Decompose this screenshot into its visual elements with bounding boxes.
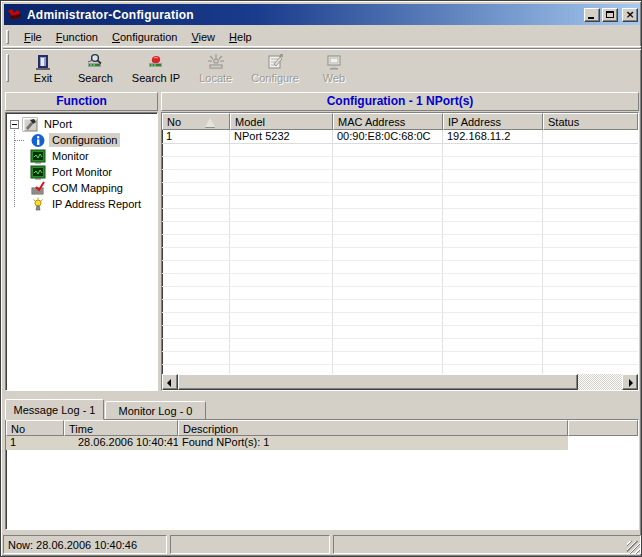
search-button[interactable]: Search: [72, 51, 119, 85]
sort-ascending-icon: [205, 118, 215, 127]
title-bar[interactable]: Administrator-Configuration ×: [4, 4, 640, 25]
log-row[interactable]: 1 28.06.2006 10:40:41 Found NPort(s): 1: [6, 436, 638, 450]
web-button: Web: [312, 51, 356, 85]
toolbar-grip-handle[interactable]: [6, 54, 9, 82]
empty-grid-row: [162, 157, 638, 170]
log-cell-description: Found NPort(s): 1: [178, 436, 568, 450]
toolbar-label: Search: [78, 72, 113, 84]
log-column-time[interactable]: Time: [64, 420, 178, 436]
function-panel-title: Function: [5, 92, 158, 111]
scroll-right-icon[interactable]: [622, 374, 638, 390]
menu-file[interactable]: File: [17, 28, 49, 46]
log-table-header: No Time Description: [6, 420, 638, 436]
tree-item-ip-address-report[interactable]: IP Address Report: [6, 196, 157, 212]
ip-report-icon: [30, 197, 46, 212]
monitor-icon: [30, 149, 46, 164]
tree-item-configuration[interactable]: Configuration: [6, 132, 157, 148]
tree-item-label: Configuration: [49, 133, 120, 147]
maximize-button[interactable]: [602, 8, 618, 22]
device-row[interactable]: 1 NPort 5232 00:90:E8:0C:68:0C 192.168.1…: [162, 130, 638, 144]
search-ip-button[interactable]: Search IP: [126, 51, 186, 85]
menu-view[interactable]: View: [184, 28, 222, 46]
resize-grip[interactable]: [627, 541, 640, 554]
toolbar-label: Configure: [251, 72, 299, 84]
column-header-ip[interactable]: IP Address: [443, 113, 543, 130]
locate-button: Locate: [193, 51, 238, 85]
window-title: Administrator-Configuration: [27, 8, 582, 22]
column-header-mac[interactable]: MAC Address: [333, 113, 443, 130]
com-mapping-icon: [30, 181, 46, 196]
toolbar: Exit Search Search IP: [3, 48, 641, 87]
scrollbar-thumb[interactable]: [178, 374, 578, 390]
empty-grid-row: [162, 339, 638, 352]
horizontal-scrollbar[interactable]: [162, 374, 638, 390]
toolbar-label: Web: [323, 72, 345, 84]
tab-monitor-log[interactable]: Monitor Log - 0: [105, 401, 206, 420]
empty-grid-row: [162, 248, 638, 261]
search-ip-icon: [146, 53, 166, 71]
toolbar-label: Search IP: [132, 72, 180, 84]
menu-configuration[interactable]: Configuration: [105, 28, 184, 46]
function-tree-panel: NPort Configuration: [5, 112, 158, 391]
menu-function[interactable]: Function: [49, 28, 105, 46]
menu-bar: File Function Configuration View Help: [3, 27, 641, 47]
empty-grid-row: [162, 222, 638, 235]
column-header-status[interactable]: Status: [543, 113, 638, 130]
log-column-no[interactable]: No: [6, 420, 64, 436]
empty-grid-row: [162, 352, 638, 365]
scroll-left-icon[interactable]: [162, 374, 178, 390]
cell-mac: 00:90:E8:0C:68:0C: [333, 130, 443, 144]
empty-grid-row: [162, 235, 638, 248]
device-table-panel: No Model MAC Address IP Address Status 1…: [161, 112, 639, 391]
configure-button: Configure: [245, 51, 305, 85]
log-cell-time: 28.06.2006 10:40:41: [64, 436, 178, 450]
toolbar-label: Locate: [199, 72, 232, 84]
device-panel-title: Configuration - 1 NPort(s): [161, 92, 639, 111]
tree-item-port-monitor[interactable]: Port Monitor: [6, 164, 157, 180]
maximize-icon: [606, 11, 614, 18]
web-monitor-icon: [324, 53, 344, 71]
exit-door-icon: [33, 53, 53, 71]
log-column-spacer: [568, 420, 638, 436]
device-table-empty-rows: [162, 144, 638, 378]
status-section-2: [170, 535, 330, 554]
log-column-description[interactable]: Description: [178, 420, 568, 436]
menu-help[interactable]: Help: [222, 28, 259, 46]
empty-grid-row: [162, 261, 638, 274]
app-logo-icon: [7, 7, 23, 23]
column-header-model[interactable]: Model: [230, 113, 333, 130]
empty-grid-row: [162, 287, 638, 300]
tree-item-monitor[interactable]: Monitor: [6, 148, 157, 164]
tree-item-com-mapping[interactable]: COM Mapping: [6, 180, 157, 196]
empty-grid-row: [162, 300, 638, 313]
tree-stub: [15, 140, 24, 141]
menu-grip-handle[interactable]: [6, 30, 9, 44]
app-window: Administrator-Configuration × File Funct…: [0, 0, 642, 557]
cell-no: 1: [162, 130, 230, 144]
status-section-3: [333, 535, 641, 554]
toolbar-label: Exit: [34, 72, 52, 84]
hammer-icon: [22, 117, 38, 132]
minimize-icon: [588, 17, 594, 19]
empty-grid-row: [162, 196, 638, 209]
close-icon: ×: [623, 8, 637, 21]
collapse-toggle-icon[interactable]: [10, 120, 19, 129]
tree-item-label: Monitor: [49, 149, 92, 163]
empty-grid-row: [162, 170, 638, 183]
tree-root-nport[interactable]: NPort: [6, 116, 157, 132]
empty-grid-row: [162, 209, 638, 222]
port-monitor-icon: [30, 165, 46, 180]
log-cell-no: 1: [6, 436, 64, 450]
exit-button[interactable]: Exit: [21, 51, 65, 85]
close-button[interactable]: ×: [622, 8, 638, 22]
empty-grid-row: [162, 183, 638, 196]
scrollbar-track[interactable]: [578, 374, 622, 390]
tree-item-label: IP Address Report: [49, 197, 144, 211]
cell-ip: 192.168.11.2: [443, 130, 543, 144]
empty-grid-row: [162, 313, 638, 326]
tab-message-log[interactable]: Message Log - 1: [5, 399, 104, 420]
column-header-no[interactable]: No: [162, 113, 230, 130]
tree-item-label: COM Mapping: [49, 181, 126, 195]
minimize-button[interactable]: [584, 8, 600, 22]
configure-document-icon: [265, 53, 285, 71]
